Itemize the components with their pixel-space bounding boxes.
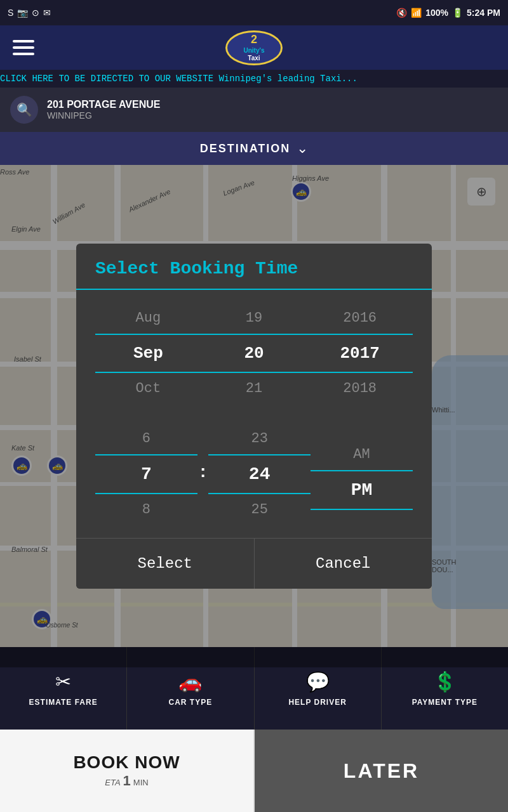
status-right-area: 🔇 📶 100% 🔋 5:24 PM bbox=[396, 8, 500, 18]
time-picker-row[interactable]: 6 7 8 : 23 24 25 AM PM bbox=[95, 423, 413, 525]
minutes-selected[interactable]: 24 bbox=[208, 454, 311, 494]
month-item-prev[interactable]: Aug bbox=[95, 303, 201, 334]
minutes-below[interactable]: 25 bbox=[208, 494, 311, 525]
eta-time: 1 bbox=[123, 773, 131, 789]
eta-label: ETA bbox=[105, 778, 120, 787]
month-picker[interactable]: Aug Sep Oct bbox=[95, 303, 201, 404]
hamburger-line-1 bbox=[13, 40, 34, 43]
booking-modal: Select Booking Time Aug Sep Oct 19 20 bbox=[76, 244, 432, 589]
search-button[interactable]: 🔍 bbox=[10, 96, 38, 124]
hours-above[interactable]: 6 bbox=[95, 423, 197, 454]
minutes-above[interactable]: 23 bbox=[208, 423, 311, 454]
address-line2: WINNIPEG bbox=[47, 110, 160, 121]
destination-label: DESTINATION bbox=[200, 142, 291, 155]
location-text: 201 PORTAGE AVENUE WINNIPEG bbox=[47, 99, 160, 121]
modal-title-area: Select Booking Time bbox=[76, 244, 432, 290]
date-picker-row[interactable]: Aug Sep Oct 19 20 21 2016 2017 2018 bbox=[95, 303, 413, 404]
status-bar: S 📷 ⊙ ✉ 🔇 📶 100% 🔋 5:24 PM bbox=[0, 0, 508, 25]
picker-section[interactable]: Aug Sep Oct 19 20 21 2016 2017 2018 bbox=[76, 290, 432, 538]
status-app-icons: S 📷 ⊙ ✉ bbox=[8, 8, 51, 18]
hamburger-line-2 bbox=[13, 46, 34, 49]
battery-icon: 🔋 bbox=[452, 8, 463, 18]
camera-icon: 📷 bbox=[17, 8, 28, 18]
day-item-prev[interactable]: 19 bbox=[201, 303, 307, 334]
pm-option[interactable]: PM bbox=[311, 470, 413, 510]
book-bar: BOOK NOW ETA 1 MIN LATER bbox=[0, 730, 508, 812]
day-item-next[interactable]: 21 bbox=[201, 373, 307, 404]
year-item-prev[interactable]: 2016 bbox=[307, 303, 413, 334]
battery-level: 100% bbox=[425, 8, 448, 18]
book-eta: ETA 1 MIN bbox=[105, 773, 148, 789]
nav-payment-type-label: PAYMENT TYPE bbox=[412, 698, 478, 707]
am-option[interactable]: AM bbox=[311, 439, 413, 470]
app-logo: 2 Unity's Taxi bbox=[225, 30, 283, 65]
clock: 5:24 PM bbox=[467, 8, 500, 18]
book-now-label: BOOK NOW bbox=[73, 752, 180, 773]
nav-help-driver-label: HELP DRIVER bbox=[288, 698, 346, 707]
book-now-button[interactable]: BOOK NOW ETA 1 MIN bbox=[0, 730, 255, 812]
destination-bar[interactable]: DESTINATION ⌄ bbox=[0, 132, 508, 165]
book-later-label: LATER bbox=[344, 759, 419, 783]
eta-min: MIN bbox=[133, 778, 149, 787]
search-icon: 🔍 bbox=[17, 102, 32, 117]
ticker-text: CLICK HERE TO BE DIRECTED TO OUR WEBSITE… bbox=[0, 74, 358, 84]
year-item-selected[interactable]: 2017 bbox=[307, 334, 413, 373]
map-area[interactable]: 🚕 🚕 🚕 🚕 Elgin Ave William Ave Alexander … bbox=[0, 165, 508, 667]
modal-overlay: Select Booking Time Aug Sep Oct 19 20 bbox=[0, 165, 508, 667]
outlook-icon: ✉ bbox=[43, 8, 51, 18]
minutes-picker[interactable]: 23 24 25 bbox=[208, 423, 311, 525]
day-picker[interactable]: 19 20 21 bbox=[201, 303, 307, 404]
chevron-down-icon: ⌄ bbox=[297, 140, 308, 157]
hamburger-line-3 bbox=[13, 53, 34, 55]
month-item-next[interactable]: Oct bbox=[95, 373, 201, 404]
ticker-bar[interactable]: CLICK HERE TO BE DIRECTED TO OUR WEBSITE… bbox=[0, 70, 508, 88]
ampm-picker[interactable]: AM PM bbox=[311, 439, 413, 510]
payment-type-icon: 💲 bbox=[433, 671, 457, 693]
app-icon-3: ⊙ bbox=[32, 8, 39, 18]
header: 2 Unity's Taxi bbox=[0, 25, 508, 70]
select-button[interactable]: Select bbox=[76, 539, 255, 589]
hamburger-menu[interactable] bbox=[13, 40, 34, 55]
mute-icon: 🔇 bbox=[396, 8, 407, 18]
nav-estimate-fare-label: ESTIMATE FARE bbox=[29, 698, 98, 707]
logo-number: 2 bbox=[251, 33, 257, 47]
cancel-button[interactable]: Cancel bbox=[255, 539, 432, 589]
modal-buttons: Select Cancel bbox=[76, 538, 432, 589]
logo-oval: 2 Unity's Taxi bbox=[225, 30, 283, 65]
hours-picker[interactable]: 6 7 8 bbox=[95, 423, 197, 525]
skype-icon: S bbox=[8, 8, 13, 18]
help-driver-icon: 💬 bbox=[306, 671, 330, 693]
month-item-selected[interactable]: Sep bbox=[95, 334, 201, 373]
car-type-icon: 🚗 bbox=[178, 671, 202, 693]
year-picker[interactable]: 2016 2017 2018 bbox=[307, 303, 413, 404]
wifi-icon: 📶 bbox=[411, 8, 422, 18]
nav-car-type-label: CAR TYPE bbox=[169, 698, 213, 707]
location-bar[interactable]: 🔍 201 PORTAGE AVENUE WINNIPEG bbox=[0, 88, 508, 132]
logo-text-1: Unity's bbox=[244, 47, 265, 55]
year-item-next[interactable]: 2018 bbox=[307, 373, 413, 404]
logo-text-2: Taxi bbox=[248, 55, 260, 62]
time-colon: : bbox=[197, 461, 208, 481]
hours-selected[interactable]: 7 bbox=[95, 454, 197, 494]
estimate-fare-icon: ✂ bbox=[55, 671, 71, 693]
address-line1: 201 PORTAGE AVENUE bbox=[47, 99, 160, 110]
book-later-button[interactable]: LATER bbox=[255, 730, 508, 812]
modal-title: Select Booking Time bbox=[95, 259, 298, 278]
day-item-selected[interactable]: 20 bbox=[201, 334, 307, 373]
hours-below[interactable]: 8 bbox=[95, 494, 197, 525]
